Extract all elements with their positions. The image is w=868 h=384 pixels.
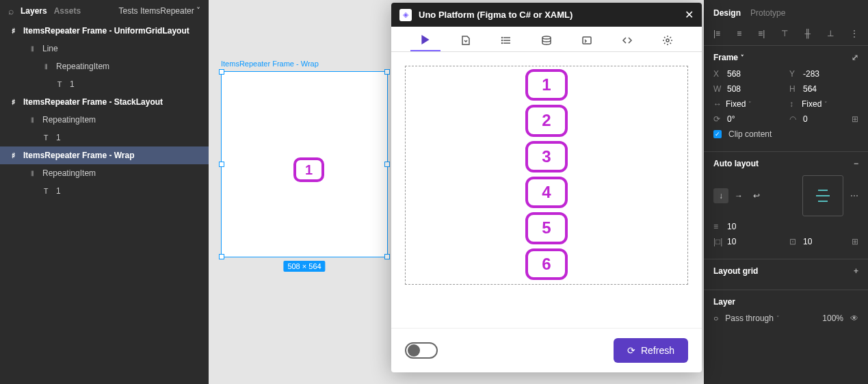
direction-wrap[interactable]: ↩ <box>749 188 764 203</box>
file-tab-icon[interactable] <box>458 35 474 46</box>
resize-handle[interactable] <box>384 69 390 75</box>
prototype-tab[interactable]: Prototype <box>750 8 785 18</box>
rotation-input[interactable]: 0° <box>727 114 735 124</box>
align-left-icon[interactable]: |≡ <box>713 29 720 38</box>
resize-handle[interactable] <box>384 162 390 167</box>
plugin-window[interactable]: ◈ Uno Platform (Figma to C# or XAML) ✕ 1… <box>391 3 702 372</box>
layers-panel: ⌕ Layers Assets Tests ItemsRepeater ˅ ♯I… <box>0 0 209 384</box>
play-tab-icon[interactable] <box>417 35 434 46</box>
opacity-input[interactable]: 100% <box>822 313 843 323</box>
resize-handle[interactable] <box>219 69 224 75</box>
align-right-icon[interactable]: ≡| <box>758 29 765 38</box>
x-input[interactable]: 568 <box>727 69 741 79</box>
layers-header: ⌕ Layers Assets Tests ItemsRepeater ˅ <box>0 0 209 22</box>
layers-tree: ♯ItemsRepeater Frame - UniformGridLayout… <box>0 22 209 200</box>
constraint-x[interactable]: ↔Fixed ˅ <box>713 99 782 109</box>
h-input[interactable]: 564 <box>803 84 817 94</box>
resize-fit-icon[interactable]: ⤢ <box>852 53 858 62</box>
preview-item: 3 <box>525 141 568 172</box>
tree-item-label: RepeatingItem <box>56 62 109 71</box>
tree-item-label: 1 <box>56 186 61 196</box>
code-tab-icon[interactable] <box>619 35 635 46</box>
refresh-button[interactable]: ⟳ Refresh <box>614 338 688 363</box>
text-icon: T <box>41 133 51 142</box>
direction-horizontal[interactable]: → <box>731 188 746 203</box>
plugin-header[interactable]: ◈ Uno Platform (Figma to C# or XAML) ✕ <box>391 3 702 27</box>
text-icon: T <box>41 186 51 196</box>
constraint-y[interactable]: ↕Fixed ˅ <box>789 99 858 109</box>
tree-item[interactable]: ⦀Line <box>0 40 209 57</box>
selected-frame[interactable]: 1 508 × 564 <box>221 71 388 257</box>
align-bottom-icon[interactable]: ⊥ <box>827 29 834 38</box>
alignment-grid[interactable] <box>802 175 843 216</box>
clip-checkbox[interactable]: ✓ <box>713 130 722 138</box>
layers-tab[interactable]: Layers <box>21 6 47 16</box>
tree-item-label: 1 <box>70 79 75 89</box>
data-tab-icon[interactable] <box>538 35 555 46</box>
align-vcenter-icon[interactable]: ╫ <box>804 29 811 38</box>
tree-item[interactable]: T1 <box>0 129 209 146</box>
tree-item[interactable]: ⦀RepeatingItem <box>0 57 209 75</box>
tree-item[interactable]: ♯ItemsRepeater Frame - UniformGridLayout <box>0 22 209 40</box>
tree-item[interactable]: ♯ItemsRepeater Frame - StackLayout <box>0 93 209 111</box>
search-icon[interactable]: ⌕ <box>8 5 14 16</box>
theme-toggle[interactable] <box>405 342 438 359</box>
gap-input[interactable]: 10 <box>727 222 736 231</box>
plugin-title: Uno Platform (Figma to C# or XAML) <box>419 10 573 20</box>
preview-box: 123456 <box>405 66 688 285</box>
tree-item-label: Line <box>42 44 58 53</box>
line-icon: ⦀ <box>27 44 37 53</box>
corner-input[interactable]: 0 <box>803 114 808 124</box>
tree-item-label: RepeatingItem <box>42 115 96 125</box>
terminal-tab-icon[interactable] <box>579 35 595 46</box>
refresh-icon: ⟳ <box>627 345 635 356</box>
svg-point-3 <box>501 38 502 38</box>
frame-icon: ♯ <box>8 26 18 36</box>
tree-item[interactable]: T1 <box>0 182 209 200</box>
padding-h-input[interactable]: 10 <box>727 237 736 246</box>
resize-handle[interactable] <box>219 162 224 167</box>
w-input[interactable]: 508 <box>727 84 741 94</box>
tree-item-label: ItemsRepeater Frame - UniformGridLayout <box>23 26 189 36</box>
refresh-label: Refresh <box>641 345 674 356</box>
settings-tab-icon[interactable] <box>659 35 676 46</box>
resize-handle[interactable] <box>384 254 390 259</box>
tree-item[interactable]: ⦀RepeatingItem <box>0 111 209 129</box>
canvas-item[interactable]: 1 <box>293 157 324 182</box>
tree-item-label: ItemsRepeater Frame - StackLayout <box>23 97 163 107</box>
y-input[interactable]: -283 <box>803 69 819 79</box>
close-icon[interactable]: ✕ <box>685 8 694 21</box>
line-icon: ⦀ <box>41 62 51 71</box>
layer-title: Layer <box>713 297 735 307</box>
tree-item[interactable]: T1 <box>0 75 209 93</box>
direction-vertical[interactable]: ↓ <box>713 188 728 203</box>
auto-layout-section: Auto layout − ↓ → ↩ ⋯ ≡10 |□|10 ⊡10⊞ <box>704 152 868 259</box>
preview-item: 5 <box>525 212 568 244</box>
remove-autolayout-icon[interactable]: − <box>854 159 858 168</box>
frame-label[interactable]: ItemsRepeater Frame - Wrap <box>221 60 319 68</box>
tree-item[interactable]: ⦀RepeatingItem <box>0 164 209 182</box>
padding-v-input[interactable]: 10 <box>803 237 812 246</box>
blend-mode[interactable]: Pass through ˅ <box>725 313 780 323</box>
design-tab[interactable]: Design <box>713 8 741 18</box>
resize-handle[interactable] <box>219 254 224 259</box>
frame-section-title: Frame ˅ ⤢ <box>713 53 858 62</box>
tree-item[interactable]: ♯ItemsRepeater Frame - Wrap <box>0 146 209 164</box>
tree-item-label: ItemsRepeater Frame - Wrap <box>23 151 135 160</box>
frame-icon: ♯ <box>8 97 18 107</box>
frame-dropdown[interactable]: Frame ˅ <box>713 53 744 62</box>
list-tab-icon[interactable] <box>498 35 514 46</box>
page-selector[interactable]: Tests ItemsRepeater ˅ <box>119 6 200 16</box>
corner-expand-icon[interactable]: ⊞ <box>852 114 858 124</box>
assets-tab[interactable]: Assets <box>54 6 81 16</box>
distribute-icon[interactable]: ⋮ <box>850 29 858 38</box>
add-grid-icon[interactable]: + <box>854 266 858 276</box>
autolayout-more-icon[interactable]: ⋯ <box>850 191 858 201</box>
padding-expand-icon[interactable]: ⊞ <box>852 237 858 246</box>
align-hcenter-icon[interactable]: ≡ <box>737 29 741 38</box>
align-top-icon[interactable]: ⊤ <box>781 29 788 38</box>
visibility-icon[interactable]: 👁 <box>850 313 858 323</box>
plugin-footer: ⟳ Refresh <box>391 328 702 372</box>
preview-item: 1 <box>525 69 568 101</box>
layout-grid-section: Layout grid + <box>704 259 868 290</box>
